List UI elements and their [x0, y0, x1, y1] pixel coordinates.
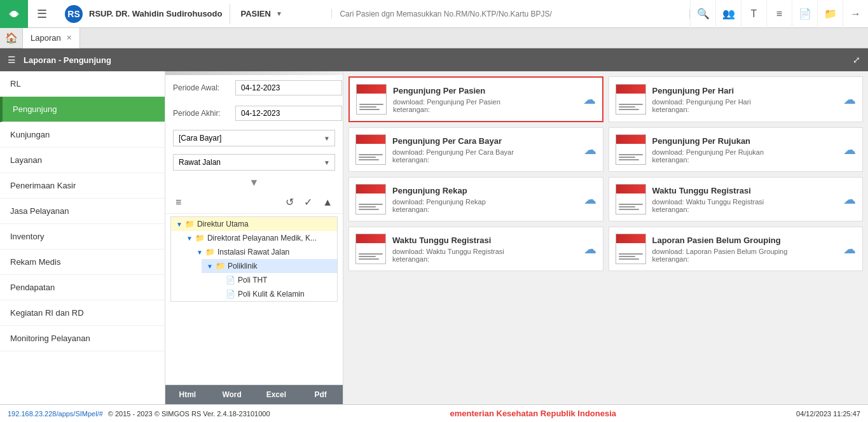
report-card-1[interactable]: Pengunjung Per Hari download: Pengunjung…: [609, 76, 864, 122]
move-up-icon[interactable]: ▲: [320, 195, 335, 209]
report-download-icon-0[interactable]: ☁: [583, 92, 596, 107]
exit-icon[interactable]: →: [843, 0, 868, 28]
tree-item-label-4: Poliklinik: [228, 262, 258, 271]
report-keterangan-2: keterangan:: [392, 156, 579, 164]
tree-item-instalasi[interactable]: ▼ 📁 Instalasi Rawat Jalan: [191, 245, 337, 259]
list-icon[interactable]: ≡: [766, 0, 792, 28]
search-bar[interactable]: [332, 10, 690, 18]
tree-panel: ▼ 📁 Direktur Utama ▼ 📁 Direktorat Pelaya…: [170, 216, 338, 302]
report-download-icon-3[interactable]: ☁: [843, 142, 856, 157]
tree-item-label-2: Direktorat Pelayanan Medik, K...: [207, 234, 317, 243]
report-card-5[interactable]: Waktu Tunggu Registrasi download: Waktu …: [609, 177, 864, 222]
sidebar-item-penerimaan-kasir[interactable]: Penerimaan Kasir: [0, 173, 165, 199]
tab-laporan[interactable]: Laporan ✕: [23, 28, 80, 48]
report-card-6[interactable]: Waktu Tunggu Registrasi download: Waktu …: [348, 227, 603, 271]
search-input[interactable]: [340, 10, 682, 18]
report-card-2[interactable]: Pengunjung Per Cara Bayar download: Peng…: [348, 127, 603, 172]
module-menu-icon[interactable]: ☰: [8, 55, 16, 65]
report-download-icon-1[interactable]: ☁: [843, 92, 856, 107]
report-download-3: download: Pengunjung Per Rujukan: [652, 148, 839, 156]
format-excel-button[interactable]: Excel: [254, 385, 299, 404]
brand-name: RSUP. DR. Wahidin Sudirohusodo: [89, 9, 222, 18]
sidebar-item-rl[interactable]: RL: [0, 71, 165, 97]
sidebar-item-monitoring-pelayanan[interactable]: Monitoring Pelayanan: [0, 326, 165, 351]
report-download-icon-2[interactable]: ☁: [584, 142, 596, 157]
undo-icon[interactable]: ↺: [283, 195, 296, 209]
topbar-action-icons: 🔍 👥 T ≡ 📄 📁 →: [690, 0, 868, 28]
report-title-2: Pengunjung Per Cara Bayar: [392, 136, 579, 146]
tree-item-label-5: Poli THT: [238, 276, 267, 285]
tree-collapse-icon-2[interactable]: ▼: [186, 235, 193, 242]
periode-awal-label: Periode Awal:: [173, 83, 230, 92]
tree-item-poli-kulit[interactable]: 📄 Poli Kulit & Kelamin: [212, 287, 337, 301]
rawat-jalan-select[interactable]: Rawat Jalan: [173, 154, 335, 171]
module-selector[interactable]: PASIEN ▼: [230, 9, 332, 18]
tree-item-poliklinik[interactable]: ▼ 📁 Poliklinik: [202, 259, 337, 273]
report-title-7: Laporan Pasien Belum Grouping: [652, 236, 839, 245]
sidebar-item-rekam-medis[interactable]: Rekam Medis: [0, 250, 165, 275]
toolbar-row: ≡ ↺ ✓ ▲: [165, 191, 343, 214]
tree-item-direktur-utama[interactable]: ▼ 📁 Direktur Utama: [171, 217, 337, 231]
tree-item-direktorat[interactable]: ▼ 📁 Direktorat Pelayanan Medik, K...: [181, 231, 337, 245]
cara-bayar-select[interactable]: [Cara Bayar]: [173, 130, 335, 146]
document-icon[interactable]: 📄: [792, 0, 817, 28]
periode-awal-input[interactable]: [235, 80, 342, 95]
tree-item-poli-tht[interactable]: 📄 Poli THT: [212, 273, 337, 287]
app-logo: [0, 0, 28, 28]
report-download-icon-4[interactable]: ☁: [584, 192, 596, 207]
report-content-7: Laporan Pasien Belum Grouping download: …: [652, 236, 839, 263]
sidebar: RL Pengunjung Kunjungan Layanan Penerima…: [0, 71, 165, 404]
sidebar-item-layanan[interactable]: Layanan: [0, 148, 165, 173]
format-buttons-row: Html Word Excel Pdf: [165, 384, 343, 404]
sidebar-item-jasa-pelayanan[interactable]: Jasa Pelayanan: [0, 199, 165, 224]
report-card-0[interactable]: Pengunjung Per Pasien download: Pengunju…: [348, 76, 603, 122]
rawat-jalan-row: Rawat Jalan: [165, 150, 343, 174]
report-icon-6: [355, 234, 386, 264]
folder-icon[interactable]: 📁: [817, 0, 843, 28]
statusbar-datetime: 04/12/2023 11:25:47: [796, 410, 860, 418]
topbar-menu-icon[interactable]: ☰: [28, 7, 56, 21]
statusbar-version: © 2015 - 2023 © SIMGOS RS Ver. 2.4.18-23…: [108, 410, 270, 418]
tree-collapse-icon-4[interactable]: ▼: [207, 263, 213, 270]
format-html-button[interactable]: Html: [165, 385, 210, 404]
report-download-icon-7[interactable]: ☁: [843, 241, 856, 257]
users-icon[interactable]: 👥: [715, 0, 741, 28]
report-card-4[interactable]: Pengunjung Rekap download: Pengunjung Re…: [348, 177, 603, 222]
check-icon[interactable]: ✓: [301, 195, 315, 209]
sidebar-item-pendapatan[interactable]: Pendapatan: [0, 275, 165, 300]
report-card-3[interactable]: Pengunjung Per Rujukan download: Pengunj…: [609, 127, 864, 172]
tree-collapse-icon[interactable]: ▼: [176, 221, 183, 228]
report-keterangan-0: keterangan:: [393, 106, 578, 113]
report-title-5: Waktu Tunggu Registrasi: [652, 186, 839, 195]
report-icon-3: [616, 134, 646, 165]
sidebar-item-inventory[interactable]: Inventory: [0, 224, 165, 250]
report-download-6: download: Waktu Tunggu Registrasi: [392, 248, 579, 255]
report-title-0: Pengunjung Per Pasien: [393, 86, 578, 95]
home-button[interactable]: 🏠: [0, 28, 23, 48]
report-download-icon-6[interactable]: ☁: [584, 241, 596, 257]
tree-collapse-icon-3[interactable]: ▼: [196, 249, 203, 256]
module-arrow-icon: ▼: [276, 10, 282, 17]
format-pdf-button[interactable]: Pdf: [298, 385, 343, 404]
list-view-icon[interactable]: ≡: [173, 195, 184, 209]
rawat-jalan-wrapper: Rawat Jalan: [173, 154, 335, 171]
report-keterangan-3: keterangan:: [652, 156, 839, 164]
sidebar-item-kegiatan-ri-rd[interactable]: Kegiatan RI dan RD: [0, 300, 165, 326]
statusbar-url: 192.168.23.228/apps/SIMpel/#: [8, 410, 103, 418]
tree-item-label-3: Instalasi Rawat Jalan: [217, 248, 289, 257]
report-content-6: Waktu Tunggu Registrasi download: Waktu …: [392, 236, 579, 263]
text-icon[interactable]: T: [741, 0, 766, 28]
periode-akhir-input[interactable]: [235, 106, 342, 121]
sidebar-item-pengunjung[interactable]: Pengunjung: [0, 97, 165, 122]
report-content-2: Pengunjung Per Cara Bayar download: Peng…: [392, 136, 579, 164]
tab-close-icon[interactable]: ✕: [66, 34, 72, 42]
report-download-icon-5[interactable]: ☁: [843, 192, 856, 207]
report-download-2: download: Pengunjung Per Cara Bayar: [392, 148, 579, 156]
report-keterangan-5: keterangan:: [652, 206, 839, 213]
search-icon[interactable]: 🔍: [690, 0, 715, 28]
module-header: ☰ Laporan - Pengunjung ⤢: [0, 48, 868, 71]
format-word-button[interactable]: Word: [210, 385, 254, 404]
sidebar-item-kunjungan[interactable]: Kunjungan: [0, 122, 165, 148]
report-card-7[interactable]: Laporan Pasien Belum Grouping download: …: [609, 227, 864, 271]
expand-icon[interactable]: ⤢: [853, 55, 860, 65]
